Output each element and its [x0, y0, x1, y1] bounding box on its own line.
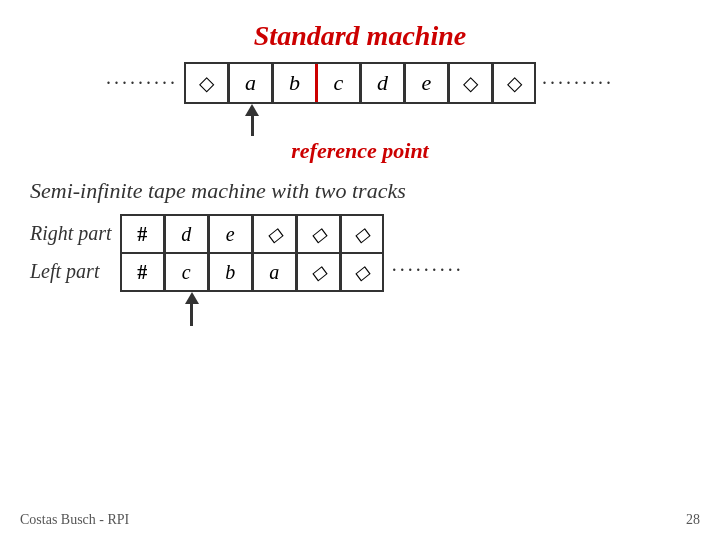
- slide-title: Standard machine: [30, 20, 690, 52]
- tape-cell-3: c: [316, 64, 360, 102]
- dots-left: ·········: [106, 72, 178, 95]
- track-cell-l0: #: [120, 254, 164, 290]
- tape-cell-5: e: [404, 64, 448, 102]
- track-labels: Right part Left part: [30, 214, 112, 290]
- dots-right: ·········: [542, 72, 614, 95]
- red-bar: [315, 64, 318, 102]
- footer-author: Costas Busch - RPI: [20, 512, 129, 528]
- arrow-head: [245, 104, 259, 116]
- semi-infinite-title: Semi-infinite tape machine with two trac…: [30, 178, 690, 204]
- two-tracks-wrapper: # d e ◇ ◇ ◇ # c b a ◇ ◇: [120, 214, 384, 326]
- track-cell-r3: ◇: [252, 216, 296, 252]
- tape-cell-2: b: [272, 64, 316, 102]
- track-row-right: # d e ◇ ◇ ◇: [120, 216, 384, 253]
- tape-cell-1: a: [228, 64, 272, 102]
- right-part-label: Right part: [30, 214, 112, 252]
- two-track-arrow-shaft: [190, 304, 193, 326]
- track-cell-r2: e: [208, 216, 252, 252]
- track-cell-r0: #: [120, 216, 164, 252]
- track-cell-r4: ◇: [296, 216, 340, 252]
- track-row-left: # c b a ◇ ◇: [120, 253, 384, 290]
- track-cell-r5: ◇: [340, 216, 384, 252]
- two-track-arrow-container: [185, 292, 449, 326]
- track-cell-l4: ◇: [296, 254, 340, 290]
- footer-page: 28: [686, 512, 700, 528]
- two-track-arrow-icon: [185, 292, 199, 326]
- two-tracks: # d e ◇ ◇ ◇ # c b a ◇ ◇: [120, 214, 384, 292]
- ref-arrow: [245, 104, 259, 136]
- dots-right-2track: ·········: [392, 259, 464, 282]
- standard-tape-area: ········· ◇ a b c d e ◇ ◇ ·········: [30, 62, 690, 104]
- arrow-up-icon: [245, 104, 259, 136]
- track-cell-l1: c: [164, 254, 208, 290]
- slide: Standard machine ········· ◇ a b c d e ◇…: [0, 0, 720, 540]
- tape-cell-4: d: [360, 64, 404, 102]
- arrow-shaft: [251, 116, 254, 136]
- ref-arrow-area: [30, 104, 690, 136]
- tape-cell-0: ◇: [184, 64, 228, 102]
- reference-point-label: reference point: [30, 138, 690, 164]
- left-part-label: Left part: [30, 252, 112, 290]
- track-cell-l3: a: [252, 254, 296, 290]
- tape-cell-6: ◇: [448, 64, 492, 102]
- track-cell-l5: ◇: [340, 254, 384, 290]
- track-cell-r1: d: [164, 216, 208, 252]
- tape-cell-7: ◇: [492, 64, 536, 102]
- two-track-arrow-head: [185, 292, 199, 304]
- two-track-area: Right part Left part # d e ◇ ◇ ◇ # c: [30, 214, 690, 326]
- footer: Costas Busch - RPI 28: [0, 512, 720, 528]
- track-cell-l2: b: [208, 254, 252, 290]
- tape-cells: ◇ a b c d e ◇ ◇: [184, 62, 536, 104]
